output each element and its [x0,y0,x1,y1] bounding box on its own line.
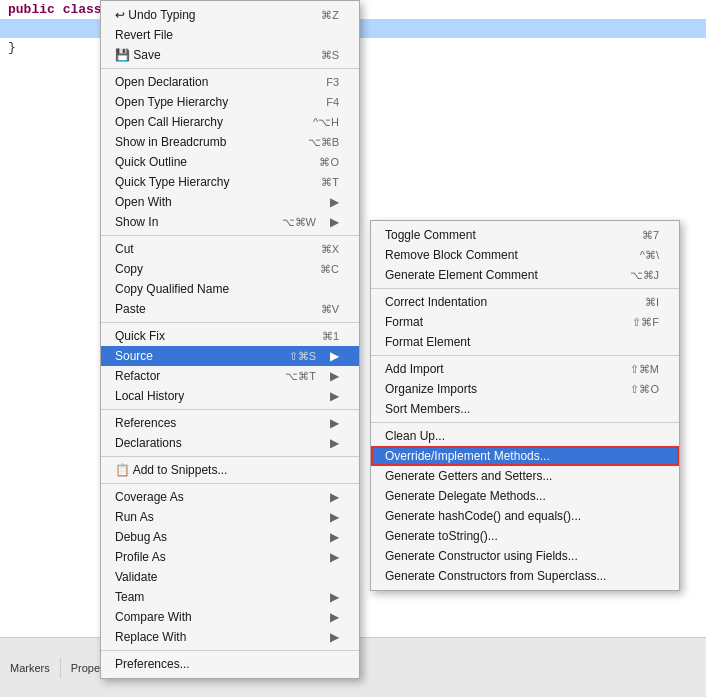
local-history-item[interactable]: Local History ▶ [101,386,359,406]
sep7 [101,650,359,651]
sep2 [101,235,359,236]
organize-imports-item[interactable]: Organize Imports ⇧⌘O [371,379,679,399]
coverage-as-item[interactable]: Coverage As ▶ [101,487,359,507]
show-in-arrow: ▶ [330,215,339,229]
cut-label: Cut [115,242,134,256]
generate-element-comment-shortcut: ⌥⌘J [630,269,660,282]
run-as-item[interactable]: Run As ▶ [101,507,359,527]
sort-members-item[interactable]: Sort Members... [371,399,679,419]
organize-imports-shortcut: ⇧⌘O [630,383,659,396]
toggle-comment-label: Toggle Comment [385,228,476,242]
profile-as-arrow: ▶ [330,550,339,564]
correct-indentation-item[interactable]: Correct Indentation ⌘I [371,292,679,312]
source-arrow: ▶ [330,349,339,363]
profile-as-label: Profile As [115,550,166,564]
debug-as-item[interactable]: Debug As ▶ [101,527,359,547]
generate-hashcode-equals-label: Generate hashCode() and equals()... [385,509,581,523]
declarations-item[interactable]: Declarations ▶ [101,433,359,453]
override-implement-label: Override/Implement Methods... [385,449,550,463]
show-in-label: Show In [115,215,158,229]
undo-typing-shortcut: ⌘Z [321,9,339,22]
references-item[interactable]: References ▶ [101,413,359,433]
preferences-label: Preferences... [115,657,190,671]
team-label: Team [115,590,144,604]
generate-constructors-superclass-label: Generate Constructors from Superclass... [385,569,606,583]
format-element-label: Format Element [385,335,470,349]
show-in-breadcrumb-item[interactable]: Show in Breadcrumb ⌥⌘B [101,132,359,152]
quick-type-hierarchy-item[interactable]: Quick Type Hierarchy ⌘T [101,172,359,192]
replace-with-arrow: ▶ [330,630,339,644]
markers-tab[interactable]: Markers [0,658,61,678]
generate-getters-setters-item[interactable]: Generate Getters and Setters... [371,466,679,486]
copy-qualified-name-item[interactable]: Copy Qualified Name [101,279,359,299]
declarations-arrow: ▶ [330,436,339,450]
compare-with-item[interactable]: Compare With ▶ [101,607,359,627]
generate-hashcode-equals-item[interactable]: Generate hashCode() and equals()... [371,506,679,526]
generate-constructor-fields-item[interactable]: Generate Constructor using Fields... [371,546,679,566]
preferences-item[interactable]: Preferences... [101,654,359,674]
add-import-item[interactable]: Add Import ⇧⌘M [371,359,679,379]
generate-element-comment-item[interactable]: Generate Element Comment ⌥⌘J [371,265,679,285]
paste-item[interactable]: Paste ⌘V [101,299,359,319]
copy-qualified-name-label: Copy Qualified Name [115,282,229,296]
generate-constructors-superclass-item[interactable]: Generate Constructors from Superclass... [371,566,679,586]
toggle-comment-item[interactable]: Toggle Comment ⌘7 [371,225,679,245]
refactor-shortcut: ⌥⌘T [285,370,316,383]
sep6 [101,483,359,484]
open-with-item[interactable]: Open With ▶ [101,192,359,212]
sep3 [101,322,359,323]
compare-with-arrow: ▶ [330,610,339,624]
generate-delegate-methods-item[interactable]: Generate Delegate Methods... [371,486,679,506]
show-in-breadcrumb-shortcut: ⌥⌘B [308,136,339,149]
save-item[interactable]: 💾 Save ⌘S [101,45,359,65]
add-import-label: Add Import [385,362,444,376]
source-item[interactable]: Source ⇧⌘S ▶ [101,346,359,366]
show-in-shortcut: ⌥⌘W [282,216,316,229]
revert-file-item[interactable]: Revert File [101,25,359,45]
source-label: Source [115,349,153,363]
open-type-hierarchy-item[interactable]: Open Type Hierarchy F4 [101,92,359,112]
refactor-item[interactable]: Refactor ⌥⌘T ▶ [101,366,359,386]
remove-block-comment-item[interactable]: Remove Block Comment ^⌘\ [371,245,679,265]
refactor-arrow: ▶ [330,369,339,383]
clean-up-item[interactable]: Clean Up... [371,426,679,446]
remove-block-comment-label: Remove Block Comment [385,248,518,262]
copy-item[interactable]: Copy ⌘C [101,259,359,279]
show-in-item[interactable]: Show In ⌥⌘W ▶ [101,212,359,232]
refactor-label: Refactor [115,369,160,383]
show-in-breadcrumb-label: Show in Breadcrumb [115,135,226,149]
quick-outline-label: Quick Outline [115,155,187,169]
team-arrow: ▶ [330,590,339,604]
add-import-shortcut: ⇧⌘M [630,363,659,376]
profile-as-item[interactable]: Profile As ▶ [101,547,359,567]
generate-getters-setters-label: Generate Getters and Setters... [385,469,552,483]
cut-item[interactable]: Cut ⌘X [101,239,359,259]
source-sep2 [371,355,679,356]
open-declaration-item[interactable]: Open Declaration F3 [101,72,359,92]
team-item[interactable]: Team ▶ [101,587,359,607]
add-to-snippets-item[interactable]: 📋 Add to Snippets... [101,460,359,480]
validate-item[interactable]: Validate [101,567,359,587]
format-shortcut: ⇧⌘F [632,316,659,329]
open-declaration-label: Open Declaration [115,75,208,89]
sep4 [101,409,359,410]
format-element-item[interactable]: Format Element [371,332,679,352]
source-sep3 [371,422,679,423]
add-to-snippets-label: 📋 Add to Snippets... [115,463,227,477]
quick-type-hierarchy-label: Quick Type Hierarchy [115,175,230,189]
undo-typing-item[interactable]: ↩ Undo Typing ⌘Z [101,5,359,25]
replace-with-item[interactable]: Replace With ▶ [101,627,359,647]
paste-label: Paste [115,302,146,316]
open-with-arrow: ▶ [330,195,339,209]
open-with-label: Open With [115,195,172,209]
generate-constructor-fields-label: Generate Constructor using Fields... [385,549,578,563]
quick-fix-shortcut: ⌘1 [322,330,339,343]
quick-outline-item[interactable]: Quick Outline ⌘O [101,152,359,172]
quick-fix-item[interactable]: Quick Fix ⌘1 [101,326,359,346]
cut-shortcut: ⌘X [321,243,339,256]
generate-tostring-item[interactable]: Generate toString()... [371,526,679,546]
format-item[interactable]: Format ⇧⌘F [371,312,679,332]
local-history-label: Local History [115,389,184,403]
override-implement-item[interactable]: Override/Implement Methods... [371,446,679,466]
open-call-hierarchy-item[interactable]: Open Call Hierarchy ^⌥H [101,112,359,132]
